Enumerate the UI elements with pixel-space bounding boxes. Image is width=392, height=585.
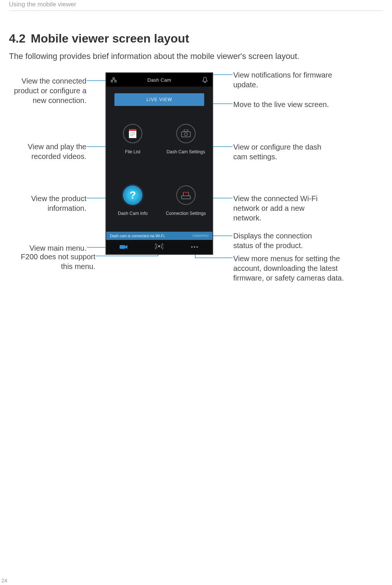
- tile-label: Connection Settings: [166, 211, 206, 216]
- callout-notifications: View notifications for firmware update.: [233, 70, 345, 90]
- tile-file-list[interactable]: File List: [106, 108, 159, 170]
- dashcam-icon: [176, 124, 196, 143]
- app-header-title: Dash Cam: [117, 77, 201, 83]
- svg-rect-23: [129, 129, 136, 131]
- broadcast-icon: [155, 243, 163, 251]
- callout-more-menus: View more menus for setting the account,…: [233, 254, 353, 283]
- svg-point-37: [196, 246, 198, 248]
- live-view-button[interactable]: LIVE VIEW: [114, 93, 204, 106]
- section-title-text: Mobile viewer screen layout: [31, 32, 189, 45]
- svg-point-34: [158, 245, 160, 247]
- tile-label: Dash Cam Settings: [167, 149, 205, 154]
- tile-label: Dash Cam Info: [118, 211, 148, 216]
- callout-dashcam-settings: View or configure the dash cam settings.: [233, 142, 330, 162]
- callout-connected-product: View the connected product or configure …: [12, 76, 86, 105]
- document-icon: [123, 124, 142, 143]
- callout-recorded-videos: View and play the recorded videos.: [12, 142, 86, 161]
- svg-point-28: [184, 133, 187, 136]
- page-number: 24: [1, 578, 7, 584]
- network-icon[interactable]: [110, 76, 117, 84]
- svg-rect-29: [184, 129, 188, 132]
- svg-rect-33: [120, 245, 125, 249]
- bell-icon[interactable]: [201, 76, 209, 84]
- callout-f200-note: F200 does not support this menu.: [10, 252, 95, 271]
- svg-rect-24: [130, 132, 135, 133]
- live-view-section: LIVE VIEW: [106, 87, 212, 106]
- camera-icon: [120, 244, 128, 250]
- svg-rect-19: [113, 77, 114, 79]
- nav-more[interactable]: [177, 240, 212, 254]
- svg-rect-26: [130, 135, 133, 136]
- status-message: Dash cam is connected via Wi-Fi.: [110, 234, 165, 238]
- status-device-name: F800PRO: [192, 234, 209, 238]
- svg-point-35: [191, 246, 193, 248]
- bottom-nav: [106, 240, 212, 254]
- section-intro: The following provides brief information…: [9, 51, 383, 61]
- connection-status-bar: Dash cam is connected via Wi-Fi. F800PRO: [106, 232, 212, 240]
- svg-rect-27: [181, 132, 190, 137]
- app-header: Dash Cam: [106, 73, 212, 87]
- section-number: 4.2: [9, 32, 25, 45]
- phone-mock: Dash Cam LIVE VIEW File List Dash Cam Se…: [105, 72, 213, 255]
- tile-grid: File List Dash Cam Settings ? Dash Cam I…: [106, 106, 212, 232]
- section-title: 4.2Mobile viewer screen layout: [9, 32, 383, 46]
- tile-connection[interactable]: Connection Settings: [159, 170, 213, 232]
- tile-info[interactable]: ? Dash Cam Info: [106, 170, 159, 232]
- chapter-header: Using the mobile viewer: [9, 0, 383, 11]
- svg-point-36: [194, 246, 195, 248]
- tile-settings[interactable]: Dash Cam Settings: [159, 108, 213, 170]
- callout-product-info: View the product information.: [12, 194, 86, 213]
- figure: Dash Cam LIVE VIEW File List Dash Cam Se…: [9, 66, 383, 301]
- callout-wifi-network: View the connected Wi-Fi network or add …: [233, 194, 330, 223]
- question-icon: ?: [123, 185, 142, 205]
- callout-live-view: Move to the live view screen.: [233, 100, 330, 109]
- svg-rect-21: [115, 81, 116, 82]
- callout-connection-status: Displays the connection status of the pr…: [233, 231, 330, 250]
- nav-broadcast[interactable]: [142, 240, 177, 254]
- svg-rect-30: [181, 196, 190, 199]
- svg-rect-25: [130, 134, 135, 135]
- tile-label: File List: [125, 149, 140, 154]
- nav-main-menu[interactable]: [106, 240, 141, 254]
- more-icon: [191, 246, 198, 248]
- router-icon: [176, 185, 196, 205]
- svg-rect-20: [111, 81, 113, 82]
